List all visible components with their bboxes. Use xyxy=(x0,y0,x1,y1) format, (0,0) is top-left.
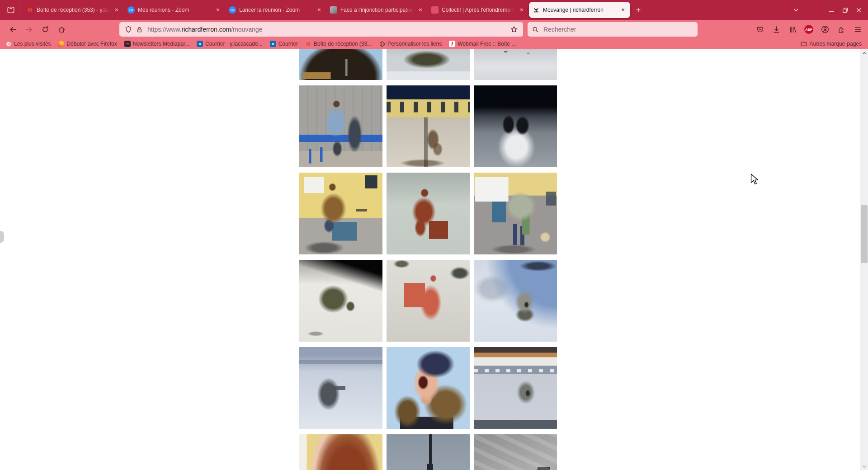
tab-title: Mouvange | richardferron xyxy=(543,7,616,13)
tab-close-icon[interactable]: ✕ xyxy=(113,6,120,14)
gallery-photo[interactable] xyxy=(387,49,470,80)
gallery-photo[interactable] xyxy=(387,260,470,342)
firefox-view-icon xyxy=(7,6,15,14)
bookmark-inbox[interactable]: M Boîte de réception (33... xyxy=(305,41,372,47)
tab-close-icon[interactable]: ✕ xyxy=(316,6,323,14)
scrollbar[interactable] xyxy=(860,49,868,470)
mediapart-icon xyxy=(124,41,131,47)
gear-icon: ⚙ xyxy=(5,41,12,47)
sidebar-handle[interactable] xyxy=(0,231,4,243)
new-tab-button[interactable]: + xyxy=(632,4,645,16)
bookmark-courrier[interactable]: o Courrier xyxy=(270,41,298,47)
gallery-photo[interactable] xyxy=(474,173,557,254)
forward-button[interactable] xyxy=(22,22,36,37)
url-bar[interactable]: https://www.richardferron.com/mouvange xyxy=(119,22,523,37)
adblock-plus-button[interactable]: ABP xyxy=(801,22,817,37)
bookmarks-bar: ⚙ Les plus visités Débuter avec Firefox … xyxy=(0,39,868,49)
gallery-photo[interactable] xyxy=(474,347,557,429)
tab-close-icon[interactable]: ✕ xyxy=(417,6,424,14)
bookmark-webmail-free[interactable]: f Webmail Free :: Boîte ... xyxy=(449,41,516,47)
gallery-photo[interactable] xyxy=(299,173,382,254)
back-arrow-icon xyxy=(9,26,17,33)
minimize-button[interactable] xyxy=(825,3,838,17)
other-bookmarks-button[interactable]: Autres marque-pages xyxy=(801,41,862,47)
tab-mouvange-active[interactable]: Mouvange | richardferron ✕ xyxy=(529,2,630,18)
tab-strip: M Boîte de réception (353) - y.lac ✕ zm … xyxy=(23,2,630,18)
search-input[interactable] xyxy=(542,25,693,33)
bookmark-most-visited[interactable]: ⚙ Les plus visités xyxy=(5,41,51,47)
bookmark-label: Boîte de réception (33... xyxy=(314,41,372,47)
back-button[interactable] xyxy=(5,22,20,37)
library-icon xyxy=(789,26,797,33)
gallery-photo[interactable] xyxy=(474,260,557,342)
outlook-icon: o xyxy=(270,41,276,47)
library-button[interactable] xyxy=(784,22,801,37)
bookmark-star-icon[interactable] xyxy=(509,24,519,35)
page-content xyxy=(0,49,868,470)
window-controls xyxy=(789,3,865,17)
downloads-button[interactable] xyxy=(768,22,784,37)
lock-icon[interactable] xyxy=(134,24,145,35)
restore-button[interactable] xyxy=(838,3,852,17)
tab-gmail-inbox[interactable]: M Boîte de réception (353) - y.lac ✕ xyxy=(23,2,124,18)
bookmark-customize-links[interactable]: Personnaliser les liens xyxy=(379,41,442,47)
tab-injonction[interactable]: Face à l'injonction participative ✕ xyxy=(326,2,428,18)
scroll-down-arrow-icon[interactable] xyxy=(860,462,868,470)
globe-icon xyxy=(379,41,385,47)
list-all-tabs-button[interactable] xyxy=(789,3,803,17)
tab-close-icon[interactable]: ✕ xyxy=(619,6,627,14)
outlook-icon: o xyxy=(197,41,203,47)
tab-collectif[interactable]: Collectif | Après l'effondrement ✕ xyxy=(428,2,529,18)
url-scheme: https://www. xyxy=(147,26,181,33)
tab-zoom-launch[interactable]: zm Lancer la réunion - Zoom ✕ xyxy=(225,2,326,18)
home-icon xyxy=(58,26,66,33)
account-icon xyxy=(821,25,829,33)
bookmark-label: Courrier - y.lacascade... xyxy=(205,41,263,47)
tab-close-icon[interactable]: ✕ xyxy=(214,6,222,14)
gallery-photo[interactable] xyxy=(299,85,382,167)
folder-icon xyxy=(801,41,807,47)
pocket-button[interactable] xyxy=(752,22,768,37)
home-button[interactable] xyxy=(54,22,69,37)
menu-button[interactable] xyxy=(849,22,866,37)
zoom-favicon-icon: zm xyxy=(127,6,135,14)
extensions-button[interactable] xyxy=(833,22,849,37)
gallery-photo[interactable] xyxy=(387,85,470,167)
tab-title: Mes réunions - Zoom xyxy=(138,7,211,13)
richardferron-favicon-icon xyxy=(533,6,540,14)
url-text: https://www.richardferron.com/mouvange xyxy=(147,26,509,33)
reload-button[interactable] xyxy=(38,22,52,37)
firefox-view-button[interactable] xyxy=(5,4,17,16)
download-icon xyxy=(773,26,780,33)
gallery-photo[interactable] xyxy=(299,347,382,429)
bookmark-label: Débuter avec Firefox xyxy=(66,41,117,47)
gallery-photo[interactable] xyxy=(387,434,470,470)
gallery-photo[interactable] xyxy=(474,85,557,167)
gallery-photo[interactable] xyxy=(387,347,470,429)
gallery-photo[interactable] xyxy=(299,434,382,470)
tab-separator xyxy=(20,5,20,15)
bookmark-label: Les plus visités xyxy=(14,41,51,47)
gallery-photo[interactable] xyxy=(474,49,557,80)
tab-title: Face à l'injonction participative xyxy=(340,7,414,13)
gallery-photo[interactable] xyxy=(474,434,557,470)
bookmark-label: Newsletters Mediapar... xyxy=(133,41,189,47)
hamburger-menu-icon xyxy=(854,26,862,33)
tab-close-icon[interactable]: ✕ xyxy=(518,6,525,14)
scrollbar-thumb[interactable] xyxy=(861,205,868,263)
tracking-shield-icon[interactable] xyxy=(123,24,134,35)
account-button[interactable] xyxy=(817,22,833,37)
tab-bar: M Boîte de réception (353) - y.lac ✕ zm … xyxy=(0,0,868,20)
bookmark-get-started[interactable]: Débuter avec Firefox xyxy=(58,41,117,47)
gallery-photo[interactable] xyxy=(387,173,470,254)
bookmark-newsletters[interactable]: Newsletters Mediapar... xyxy=(124,41,189,47)
close-window-button[interactable] xyxy=(852,3,865,17)
tab-zoom-meetings[interactable]: zm Mes réunions - Zoom ✕ xyxy=(124,2,225,18)
gallery-photo[interactable] xyxy=(299,260,382,342)
search-bar[interactable] xyxy=(528,22,698,37)
bookmark-courrier-lacascade[interactable]: o Courrier - y.lacascade... xyxy=(197,41,263,47)
scroll-up-arrow-icon[interactable] xyxy=(860,49,868,57)
browser-window: M Boîte de réception (353) - y.lac ✕ zm … xyxy=(0,0,868,470)
gallery-photo[interactable] xyxy=(299,49,382,80)
toolbar-actions: ABP xyxy=(752,22,866,37)
